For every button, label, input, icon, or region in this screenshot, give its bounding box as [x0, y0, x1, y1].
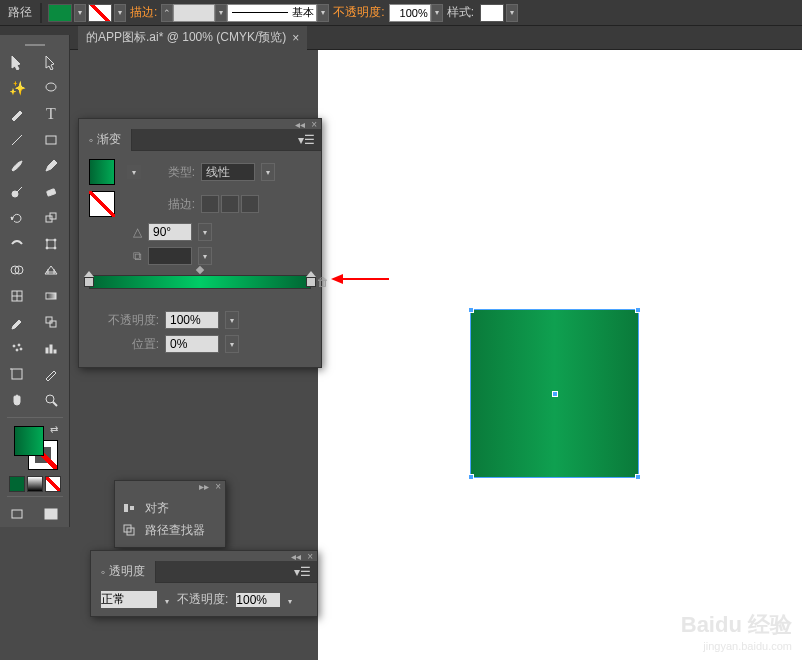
- panel-grip[interactable]: ◂◂ ×: [91, 551, 317, 561]
- fill-dropdown[interactable]: [74, 4, 86, 22]
- gradient-tool[interactable]: [36, 284, 66, 308]
- column-graph-tool[interactable]: [36, 336, 66, 360]
- resize-handle-bl[interactable]: [468, 474, 474, 480]
- stroke-dropdown[interactable]: [114, 4, 126, 22]
- resize-handle-tl[interactable]: [468, 307, 474, 313]
- grad-position-input[interactable]: 0%: [165, 335, 219, 353]
- grad-opacity-dd[interactable]: [225, 311, 239, 329]
- stroke-align-3[interactable]: [241, 195, 259, 213]
- midpoint-handle[interactable]: [196, 266, 204, 274]
- type-tool[interactable]: T: [36, 102, 66, 126]
- stroke-width-down[interactable]: ⌃: [161, 4, 173, 22]
- selection-tool[interactable]: [2, 50, 32, 74]
- fill-swatch[interactable]: [48, 4, 72, 22]
- panel-collapse-icon[interactable]: ◂◂: [295, 119, 305, 130]
- gradient-ratio-input[interactable]: [148, 247, 192, 265]
- rectangle-tool[interactable]: [36, 128, 66, 152]
- panel-close-icon[interactable]: ×: [311, 119, 317, 130]
- opacity-dd[interactable]: [431, 4, 443, 22]
- panel-grip[interactable]: ▸▸ ×: [115, 481, 225, 491]
- opacity-input[interactable]: 100%: [389, 4, 431, 22]
- align-panel-button[interactable]: 对齐: [121, 497, 219, 519]
- gradient-ratio-dd[interactable]: [198, 247, 212, 265]
- perspective-grid-tool[interactable]: [36, 258, 66, 282]
- blend-tool[interactable]: [36, 310, 66, 334]
- gradient-stop-right[interactable]: [306, 287, 316, 301]
- mesh-tool[interactable]: [2, 284, 32, 308]
- paintbrush-tool[interactable]: [2, 154, 32, 178]
- artboard[interactable]: Baidu 经验 jingyan.baidu.com: [318, 50, 802, 660]
- gradient-stop-left[interactable]: [84, 287, 94, 301]
- delete-stop-icon[interactable]: 🗑: [317, 275, 329, 289]
- gradient-angle-input[interactable]: 90°: [148, 223, 192, 241]
- direct-selection-tool[interactable]: [36, 50, 66, 74]
- magic-wand-tool[interactable]: ✨: [2, 76, 32, 100]
- stroke-style-select[interactable]: 基本: [227, 4, 317, 22]
- panel-collapse-icon[interactable]: ◂◂: [291, 551, 301, 562]
- blob-brush-tool[interactable]: [2, 180, 32, 204]
- gradient-stroke-swatch[interactable]: [89, 191, 115, 217]
- fill-stroke-control[interactable]: ⇄: [12, 424, 58, 470]
- resize-handle-tr[interactable]: [635, 307, 641, 313]
- stroke-width-dd[interactable]: [215, 4, 227, 22]
- screen-mode-normal[interactable]: [2, 502, 32, 526]
- grad-position-dd[interactable]: [225, 335, 239, 353]
- toolbox-grip[interactable]: [0, 41, 69, 49]
- panel-expand-icon[interactable]: ▸▸: [199, 481, 209, 492]
- trans-opacity-dd[interactable]: [288, 593, 292, 607]
- gradient-preview-dd[interactable]: ▾: [127, 165, 141, 179]
- grad-opacity-input[interactable]: 100%: [165, 311, 219, 329]
- style-dd[interactable]: [506, 4, 518, 22]
- gradient-type-dd[interactable]: [261, 163, 275, 181]
- solid-mode[interactable]: [9, 476, 25, 492]
- style-swatch[interactable]: [480, 4, 504, 22]
- stroke-align-1[interactable]: [201, 195, 219, 213]
- gradient-preview-swatch[interactable]: [89, 159, 115, 185]
- stroke-align-2[interactable]: [221, 195, 239, 213]
- pencil-tool[interactable]: [36, 154, 66, 178]
- gradient-type-select[interactable]: 线性: [201, 163, 255, 181]
- blend-mode-select[interactable]: 正常: [101, 591, 157, 608]
- zoom-tool[interactable]: [36, 388, 66, 412]
- panel-menu-icon[interactable]: ▾☰: [288, 565, 317, 579]
- eraser-tool[interactable]: [36, 180, 66, 204]
- width-tool[interactable]: [2, 232, 32, 256]
- stroke-width-input[interactable]: [173, 4, 215, 22]
- gradient-slider[interactable]: 🗑: [89, 275, 311, 289]
- selected-rectangle[interactable]: [471, 310, 638, 477]
- stroke-swatch[interactable]: [88, 4, 112, 22]
- lasso-tool[interactable]: [36, 76, 66, 100]
- free-transform-tool[interactable]: [36, 232, 66, 256]
- blend-mode-dd[interactable]: [165, 593, 169, 607]
- resize-handle-br[interactable]: [635, 474, 641, 480]
- gradient-bar[interactable]: [89, 275, 311, 289]
- pen-tool[interactable]: [2, 102, 32, 126]
- panel-menu-icon[interactable]: ▾☰: [292, 133, 321, 147]
- document-tab[interactable]: 的APP图标.ai* @ 100% (CMYK/预览) ×: [78, 26, 307, 50]
- trans-opacity-input[interactable]: 100%: [236, 593, 280, 607]
- panel-close-icon[interactable]: ×: [307, 551, 313, 562]
- gradient-angle-dd[interactable]: [198, 223, 212, 241]
- panel-close-icon[interactable]: ×: [215, 481, 221, 492]
- gradient-mode[interactable]: [27, 476, 43, 492]
- transparency-tab[interactable]: ◦ 透明度: [91, 561, 156, 583]
- hand-tool[interactable]: [2, 388, 32, 412]
- pathfinder-panel-button[interactable]: 路径查找器: [121, 519, 219, 541]
- none-mode[interactable]: [45, 476, 61, 492]
- center-handle[interactable]: [552, 391, 558, 397]
- scale-tool[interactable]: [36, 206, 66, 230]
- artboard-tool[interactable]: [2, 362, 32, 386]
- swap-fill-stroke-icon[interactable]: ⇄: [50, 424, 58, 435]
- panel-grip[interactable]: ◂◂ ×: [79, 119, 321, 129]
- slice-tool[interactable]: [36, 362, 66, 386]
- line-tool[interactable]: [2, 128, 32, 152]
- screen-mode-full[interactable]: [36, 502, 66, 526]
- stroke-style-dd[interactable]: [317, 4, 329, 22]
- gradient-tab[interactable]: ◦ 渐变: [79, 129, 132, 151]
- eyedropper-tool[interactable]: [2, 310, 32, 334]
- shape-builder-tool[interactable]: [2, 258, 32, 282]
- fill-color-box[interactable]: [14, 426, 44, 456]
- rotate-tool[interactable]: [2, 206, 32, 230]
- tab-close-icon[interactable]: ×: [292, 31, 299, 45]
- symbol-sprayer-tool[interactable]: [2, 336, 32, 360]
